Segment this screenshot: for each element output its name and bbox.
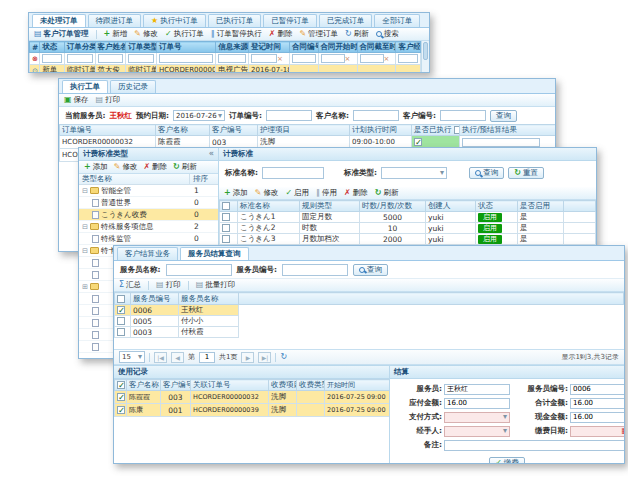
column-header[interactable]: 客户名称 — [156, 125, 210, 136]
order-row[interactable]: ⊙ 新单 临时订单 范大俊 临时订单 HCORDER00000016 电视广告 … — [30, 65, 421, 74]
next-page-button[interactable]: ▶ — [241, 352, 254, 363]
select-all-checkbox[interactable] — [117, 381, 125, 389]
column-header[interactable]: 订单编号 — [60, 125, 156, 136]
column-header[interactable]: 合同编号 — [289, 42, 318, 53]
reload-icon[interactable]: ↻ — [280, 353, 287, 361]
filter-start-input[interactable] — [321, 54, 345, 63]
print-button[interactable]: ▤打印 — [156, 280, 181, 290]
pay-date-field[interactable]: ▦ — [570, 426, 624, 437]
refresh-button[interactable]: ↻刷新 — [345, 29, 369, 39]
column-header[interactable]: 收费类型 — [297, 380, 325, 391]
customer-no-input[interactable] — [440, 110, 486, 121]
filter-end-input[interactable] — [360, 54, 384, 63]
column-header[interactable]: 执行/预结算结果 — [460, 125, 556, 136]
tree-node[interactable]: 特殊监管0 — [79, 233, 218, 245]
enable-standard-button[interactable]: ✓启用 — [285, 188, 309, 198]
clear-icon[interactable]: × — [384, 55, 390, 63]
column-header[interactable]: 状态 — [476, 201, 518, 212]
column-header[interactable]: 客户姓名 — [95, 42, 126, 53]
tab-finished-orders[interactable]: 已完成订单 — [319, 14, 373, 27]
delete-standard-button[interactable]: ✗删除 — [344, 188, 368, 198]
column-header[interactable]: 关联订单号 — [191, 380, 269, 391]
attendant-name-input[interactable] — [166, 264, 232, 276]
edit-type-button[interactable]: ✎修改 — [114, 162, 138, 172]
filter-category-input[interactable] — [67, 54, 93, 63]
add-type-button[interactable]: +添加 — [84, 162, 108, 172]
tab-customer-settlement[interactable]: 客户结算业务 — [117, 247, 178, 260]
tree-node-selected[interactable]: こうきん收费0 — [79, 209, 218, 221]
payable-field[interactable] — [444, 398, 510, 409]
collapse-icon[interactable]: « — [209, 150, 214, 158]
column-header[interactable]: 信息来源 — [216, 42, 249, 53]
disable-standard-button[interactable]: ∥停用 — [316, 188, 337, 198]
column-header[interactable]: 服务员编号 — [131, 293, 179, 305]
row-checkbox[interactable] — [117, 393, 125, 401]
order-no-input[interactable] — [266, 110, 312, 121]
tab-all-orders[interactable]: 全部订单 — [374, 14, 420, 27]
delete-order-button[interactable]: ✗删除 — [269, 29, 293, 39]
save-button[interactable]: ▣保存 — [64, 95, 89, 105]
row-checkbox[interactable] — [222, 224, 230, 232]
manage-order-button[interactable]: ✎管理订单 — [299, 29, 338, 39]
attendant-no-field[interactable] — [570, 384, 624, 395]
row-expander-icon[interactable]: ⊙ — [32, 67, 38, 74]
column-header[interactable] — [220, 201, 238, 212]
column-header[interactable]: 合同截至时间 — [357, 42, 396, 53]
column-header[interactable]: 开始时间 — [325, 380, 391, 391]
cash-field[interactable] — [570, 412, 624, 423]
tree-open-icon[interactable]: ⊟ — [82, 187, 89, 195]
filter-manager-input[interactable] — [398, 54, 418, 63]
standard-row[interactable]: こうきん2 时数 10 yuki 启用 是 — [220, 223, 596, 234]
column-header[interactable]: 订单号 — [156, 42, 215, 53]
add-standard-button[interactable]: +添加 — [224, 188, 248, 198]
tab-unprocessed-orders[interactable]: 未处理订单 — [32, 14, 86, 27]
filter-source-input[interactable] — [218, 54, 246, 63]
refresh-type-button[interactable]: ↻刷新 — [173, 162, 197, 172]
prev-page-button[interactable]: ◀ — [171, 352, 184, 363]
standard-name-input[interactable] — [262, 167, 324, 179]
remark-input[interactable] — [444, 440, 624, 451]
tab-followup-orders[interactable]: 待跟进订单 — [88, 14, 142, 27]
edit-order-button[interactable]: ✎修改 — [134, 29, 158, 39]
execute-order-button[interactable]: ✓执行订单 — [165, 29, 204, 39]
column-header[interactable]: 客户编号 — [210, 125, 258, 136]
filter-regtime-input[interactable] — [251, 54, 277, 63]
pause-order-button[interactable]: ∥订单暂停执行 — [211, 29, 262, 39]
tree-node[interactable]: ⊟智能全管1 — [79, 185, 218, 197]
tree-node[interactable]: ⊟特殊服务项信息2 — [79, 221, 218, 233]
column-header[interactable]: 创建人 — [426, 201, 476, 212]
column-header[interactable]: 订单类型 — [126, 42, 157, 53]
column-header[interactable]: 状态 — [40, 42, 65, 53]
column-header[interactable]: 标准名称 — [238, 201, 300, 212]
handler-select[interactable]: ▾ — [444, 426, 510, 437]
tab-execute-workorder[interactable]: 执行工单 — [62, 80, 108, 93]
column-header[interactable]: 服务员名称 — [179, 293, 239, 305]
tab-paused-orders[interactable]: 已暂停订单 — [263, 14, 317, 27]
result-input[interactable] — [462, 138, 540, 147]
appointment-date-field[interactable]: 2016-07-26▾ — [173, 110, 225, 121]
select-all-checkbox[interactable] — [222, 202, 230, 210]
attendant-no-input[interactable] — [282, 264, 348, 276]
attendant-row-selected[interactable]: 0006 王秋红 — [115, 305, 624, 316]
print-button[interactable]: ▤打印 — [96, 95, 121, 105]
refresh-standard-button[interactable]: ↻刷新 — [375, 188, 399, 198]
tree-open-icon[interactable]: ⊟ — [82, 247, 89, 255]
column-header[interactable]: 是否已执行 — [412, 125, 460, 136]
tree-open-icon[interactable]: ⊟ — [82, 223, 89, 231]
search-button[interactable]: 搜索 — [376, 29, 399, 39]
tab-executed-orders[interactable]: 已执行订单 — [208, 14, 262, 27]
column-header[interactable]: 收费项目 — [269, 380, 297, 391]
tab-attendant-settlement[interactable]: 服务员结算查询 — [180, 247, 249, 260]
column-header[interactable]: 客户名称 — [127, 380, 161, 391]
pay-method-select[interactable]: ▾ — [444, 412, 510, 423]
page-number-input[interactable] — [199, 352, 215, 363]
column-header[interactable]: 护理项目 — [258, 125, 350, 136]
select-all-checkbox[interactable] — [454, 126, 460, 134]
add-order-button[interactable]: +新增 — [104, 29, 128, 39]
attendant-row[interactable]: 0005 付小小 — [115, 316, 624, 327]
column-header[interactable]: 类型名称 — [79, 174, 190, 184]
query-button[interactable]: 查询 — [469, 167, 504, 179]
row-checkbox[interactable] — [117, 306, 125, 314]
row-checkbox[interactable] — [222, 235, 230, 243]
column-header[interactable]: 计划执行时间 — [350, 125, 412, 136]
